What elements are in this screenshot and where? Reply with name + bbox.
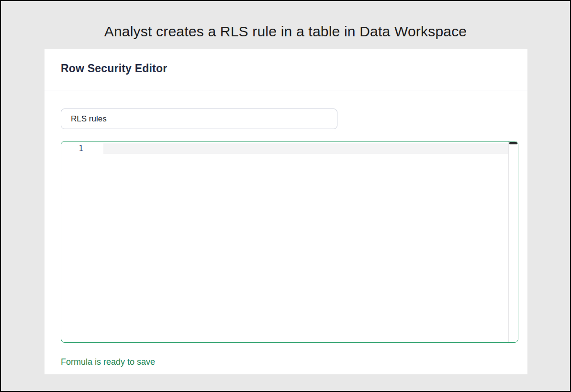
scrollbar-thumb[interactable] [509,142,517,144]
code-line[interactable]: Country = ts_var (country_rls_var) and P… [103,143,509,154]
formula-code-editor[interactable]: 1 Country = ts_var (country_rls_var) and… [61,141,518,343]
screenshot-frame: Analyst creates a RLS rule in a table in… [0,0,571,392]
rule-name-input[interactable] [61,109,337,129]
row-security-editor-panel: Row Security Editor 1 Country = ts_var (… [45,49,527,374]
header-divider [45,90,527,90]
line-number: 1 [78,144,83,153]
code-line-row: 1 Country = ts_var (country_rls_var) and… [61,142,518,154]
status-message: Formula is ready to save [61,357,155,367]
line-number-gutter: 1 [61,143,103,154]
panel-heading: Row Security Editor [61,62,167,75]
page-title: Analyst creates a RLS rule in a table in… [1,23,570,40]
scrollbar-track[interactable] [508,142,518,342]
